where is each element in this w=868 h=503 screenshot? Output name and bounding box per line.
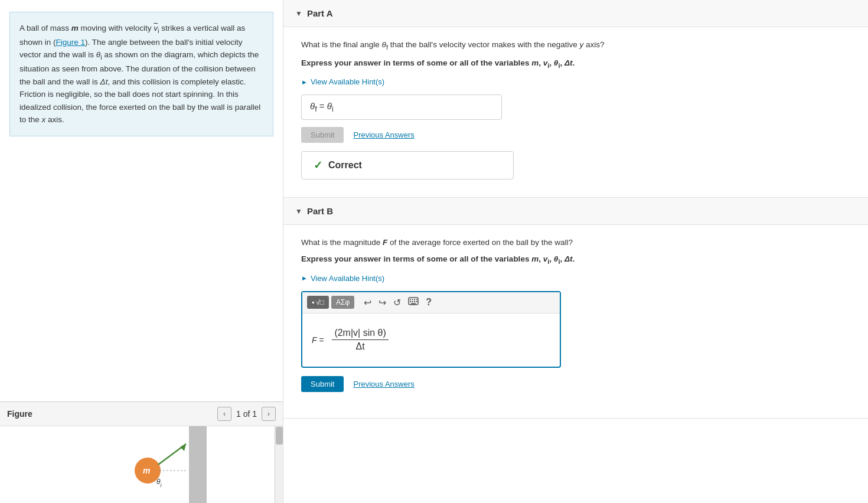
fraction-numerator: (2m|v| sin θ) bbox=[332, 328, 388, 340]
greek-btn[interactable]: ΑΣφ bbox=[331, 296, 354, 309]
figure-header: Figure ‹ 1 of 1 › bbox=[0, 402, 283, 426]
part-b-content: What is the magnitude F of the average f… bbox=[283, 225, 868, 418]
svg-rect-10 bbox=[412, 299, 413, 301]
svg-rect-12 bbox=[416, 299, 417, 301]
math-f-label: F = bbox=[312, 335, 324, 345]
part-a-prev-answers-link[interactable]: Previous Answers bbox=[353, 130, 414, 139]
sqrt-icon: ▪ bbox=[312, 298, 314, 306]
part-a-correct-label: Correct bbox=[328, 160, 362, 171]
sqrt-label: √□ bbox=[316, 298, 324, 306]
part-b-submit-btn[interactable]: Submit bbox=[301, 376, 344, 392]
part-b-section: ▼ Part B What is the magnitude F of the … bbox=[283, 198, 868, 419]
part-a-label: Part A bbox=[307, 8, 333, 18]
part-a-content: What is the final angle θf that the ball… bbox=[283, 27, 868, 197]
part-a-correct-box: ✓ Correct bbox=[301, 151, 514, 179]
figure-nav: ‹ 1 of 1 › bbox=[217, 407, 276, 421]
hint-arrow-b-icon: ► bbox=[301, 275, 308, 282]
part-a-question: What is the final angle θf that the ball… bbox=[301, 39, 850, 53]
scrollbar-thumb bbox=[276, 427, 283, 445]
part-a-hint-link[interactable]: ► View Available Hint(s) bbox=[301, 77, 850, 86]
figure-prev-btn[interactable]: ‹ bbox=[217, 407, 231, 421]
part-a-answer-display: θf = θi bbox=[310, 101, 334, 113]
problem-text: A ball of mass m moving with velocity vi… bbox=[19, 24, 260, 124]
figure-page: 1 of 1 bbox=[236, 409, 257, 419]
svg-rect-13 bbox=[410, 301, 411, 302]
part-b-hint-link[interactable]: ► View Available Hint(s) bbox=[301, 274, 850, 283]
right-panel: ▼ Part A What is the final angle θf that… bbox=[283, 0, 868, 503]
part-b-arrow: ▼ bbox=[295, 207, 302, 215]
part-a-express: Express your answer in terms of some or … bbox=[301, 57, 850, 71]
part-b-submit-row: Submit Previous Answers bbox=[301, 376, 850, 392]
figure-next-btn[interactable]: › bbox=[262, 407, 276, 421]
refresh-btn[interactable]: ↺ bbox=[391, 296, 403, 309]
part-a-submit-row: Submit Previous Answers bbox=[301, 127, 850, 143]
undo-btn[interactable]: ↩ bbox=[361, 296, 374, 309]
sqrt-btn[interactable]: ▪ √□ bbox=[307, 296, 329, 309]
svg-rect-1 bbox=[189, 426, 207, 503]
math-toolbar: ▪ √□ ΑΣφ ↩ ↪ ↺ bbox=[302, 292, 560, 313]
figure-title: Figure bbox=[7, 409, 32, 419]
svg-rect-16 bbox=[416, 301, 417, 302]
part-b-label: Part B bbox=[307, 206, 333, 216]
svg-rect-11 bbox=[414, 299, 415, 301]
scrollbar-v[interactable] bbox=[275, 426, 283, 503]
svg-rect-17 bbox=[411, 303, 416, 305]
part-a-answer-box: θf = θi bbox=[301, 94, 502, 120]
part-b-hint-label: View Available Hint(s) bbox=[311, 274, 384, 283]
keyboard-btn[interactable] bbox=[406, 296, 421, 309]
svg-text:m: m bbox=[143, 466, 150, 475]
part-a-arrow: ▼ bbox=[295, 9, 302, 18]
math-editor: ▪ √□ ΑΣφ ↩ ↪ ↺ bbox=[301, 291, 561, 368]
part-a-section: ▼ Part A What is the final angle θf that… bbox=[283, 0, 868, 198]
part-b-question: What is the magnitude F of the average f… bbox=[301, 237, 850, 249]
redo-btn[interactable]: ↪ bbox=[376, 296, 389, 309]
problem-box: A ball of mass m moving with velocity vi… bbox=[9, 12, 273, 136]
fraction-display: (2m|v| sin θ) Δt bbox=[332, 328, 388, 352]
checkmark-icon: ✓ bbox=[314, 159, 322, 172]
math-input-area[interactable]: F = (2m|v| sin θ) Δt bbox=[302, 313, 560, 367]
part-a-submit-btn[interactable]: Submit bbox=[301, 127, 344, 143]
svg-rect-14 bbox=[412, 301, 413, 302]
part-a-header[interactable]: ▼ Part A bbox=[283, 0, 868, 27]
figure-svg: m θi bbox=[0, 426, 283, 503]
left-panel: A ball of mass m moving with velocity vi… bbox=[0, 0, 283, 503]
help-btn[interactable]: ? bbox=[423, 296, 434, 309]
svg-rect-15 bbox=[414, 301, 415, 302]
hint-arrow-icon: ► bbox=[301, 79, 308, 86]
part-b-express: Express your answer in terms of some or … bbox=[301, 253, 850, 267]
part-b-prev-answers-link[interactable]: Previous Answers bbox=[353, 380, 414, 388]
figure-link[interactable]: Figure 1 bbox=[56, 38, 86, 47]
figure-area: Figure ‹ 1 of 1 › m bbox=[0, 401, 283, 503]
svg-rect-9 bbox=[410, 299, 411, 301]
fraction-denominator: Δt bbox=[356, 340, 365, 352]
part-a-hint-label: View Available Hint(s) bbox=[311, 77, 384, 86]
part-b-header[interactable]: ▼ Part B bbox=[283, 198, 868, 225]
